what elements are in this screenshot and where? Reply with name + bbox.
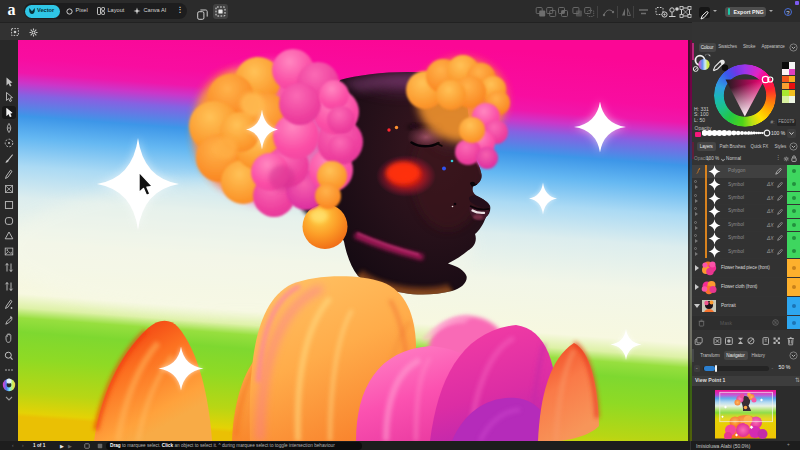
svg-text:S: S <box>774 320 777 325</box>
